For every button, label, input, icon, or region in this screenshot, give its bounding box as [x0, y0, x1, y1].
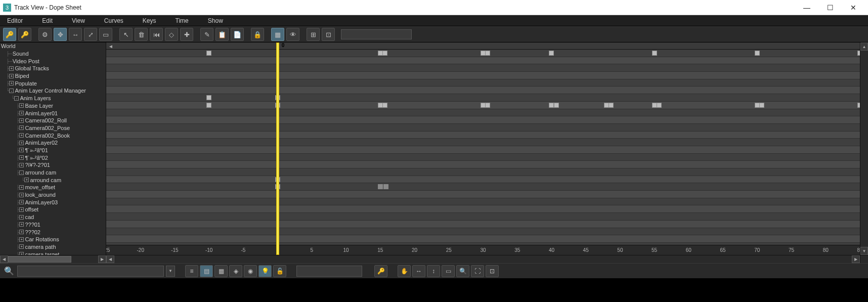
maximize-button[interactable]: ☐ [818, 0, 842, 15]
grid-scroll-track[interactable] [114, 255, 852, 263]
delete-button[interactable]: 🗑 [135, 28, 148, 41]
toolbar-search-field[interactable] [341, 29, 412, 39]
expand-icon[interactable]: + [19, 207, 24, 212]
tree-scroll-right[interactable]: ▶ [98, 255, 106, 263]
expand-icon[interactable]: + [9, 81, 14, 85]
tree-node[interactable]: ├─Sound [0, 50, 106, 58]
tree-node[interactable]: World [0, 42, 106, 50]
edit-keys-button[interactable]: 🔑 [3, 28, 16, 41]
zoom-extents-button[interactable]: ⛶ [471, 265, 484, 277]
expand-icon[interactable]: + [19, 103, 24, 108]
value-field-1[interactable] [296, 266, 362, 277]
filter-list-button[interactable]: ≡ [185, 265, 198, 277]
scale-button[interactable]: ⤢ [84, 28, 97, 41]
collapse-icon[interactable]: - [14, 96, 19, 101]
menu-editor[interactable]: Editor [4, 16, 26, 25]
expand-icon[interactable]: + [19, 200, 24, 204]
tree-node[interactable]: ├-arround cam [0, 169, 106, 177]
search-dropdown[interactable]: ▼ [166, 266, 175, 277]
minimize-button[interactable]: — [795, 0, 818, 15]
keyframe[interactable] [657, 103, 662, 108]
expand-icon[interactable]: + [19, 244, 24, 249]
expand-icon[interactable]: + [19, 163, 24, 167]
dope-row[interactable] [106, 221, 860, 228]
expand-icon[interactable]: + [9, 74, 14, 78]
dope-row[interactable] [106, 50, 860, 57]
keyframe[interactable] [206, 95, 211, 100]
tree-node[interactable]: ├+???01 [0, 221, 106, 229]
tree-node[interactable]: ├+Base Layer [0, 102, 106, 110]
dope-row[interactable] [106, 154, 860, 161]
keyframe[interactable] [759, 103, 764, 108]
keyframe[interactable] [857, 103, 860, 108]
current-time-indicator[interactable] [276, 42, 279, 255]
collapse-icon[interactable]: - [19, 170, 24, 175]
expand-icon[interactable]: + [24, 178, 29, 182]
tree-node[interactable]: ├+AnimLayer01 [0, 109, 106, 117]
dope-row[interactable] [106, 124, 860, 132]
expand-icon[interactable]: + [19, 185, 24, 190]
keyframe[interactable] [382, 103, 387, 108]
tree-node[interactable]: └-Anim Layer Control Manager [0, 87, 106, 95]
expand-icon[interactable]: + [19, 230, 24, 234]
key-tool-button[interactable]: 🔑 [374, 265, 387, 277]
time-ruler[interactable]: -25-20-15-10-505101520253035404550556065… [106, 245, 860, 255]
expand-icon[interactable]: + [19, 133, 24, 138]
light-button[interactable]: 💡 [258, 265, 272, 277]
menu-keys[interactable]: Keys [140, 16, 159, 25]
dope-row[interactable] [106, 139, 860, 146]
zoom-value-button[interactable]: ↕ [427, 265, 440, 277]
tree-node[interactable]: ├+Car Rotations [0, 236, 106, 243]
dope-row[interactable] [106, 191, 860, 198]
vscroll-track[interactable] [860, 51, 868, 247]
keyframe[interactable] [652, 51, 657, 56]
grid-hscroll[interactable]: ◀ ▶ [106, 255, 860, 263]
filter-button[interactable]: ⚙ [38, 28, 52, 41]
expand-icon[interactable]: + [19, 148, 24, 152]
expand-icon[interactable]: + [19, 237, 24, 242]
expand-icon[interactable]: + [19, 118, 24, 123]
dope-row[interactable] [106, 109, 860, 117]
tree-node[interactable]: ├+camera path [0, 243, 106, 251]
zoom-region-button[interactable]: ▭ [442, 265, 455, 277]
expand-icon[interactable]: + [19, 141, 24, 145]
hierarchy-button[interactable]: ⊞ [307, 28, 320, 41]
dope-row[interactable] [106, 235, 860, 243]
dope-row[interactable] [106, 94, 860, 102]
globe-button[interactable]: ◉ [244, 265, 257, 277]
edit-ranges-button[interactable]: 🔑 [18, 28, 31, 41]
tree-panel[interactable]: World├─Sound├─Video Post├+Global Tracks├… [0, 42, 106, 255]
layers-button[interactable]: ◈ [229, 265, 242, 277]
zoom-button[interactable]: 🔍 [456, 265, 469, 277]
tree-node[interactable]: ├+AnimLayer03 [0, 198, 106, 206]
move-button[interactable]: ✥ [54, 28, 67, 41]
vertical-scrollbar[interactable]: ▲ ▼ [860, 42, 868, 255]
scroll-down-button[interactable]: ▼ [860, 247, 868, 255]
search-field[interactable] [17, 266, 164, 277]
pan-button[interactable]: ✋ [398, 265, 411, 277]
dope-row[interactable] [106, 132, 860, 139]
keyframe[interactable] [485, 103, 490, 108]
dope-row[interactable] [106, 87, 860, 94]
tree-node[interactable]: ├+¶˙»-²ãº01 [0, 147, 106, 154]
tree-hscroll[interactable]: ◀ ▶ [0, 255, 106, 263]
slide-button[interactable]: ↔ [69, 28, 82, 41]
keyframe[interactable] [206, 103, 211, 108]
grid-scroll-right[interactable]: ▶ [852, 255, 860, 263]
tree-node[interactable]: ├+Camera002_Pose [0, 124, 106, 132]
collapse-icon[interactable]: - [9, 89, 14, 93]
keyframe[interactable] [554, 103, 559, 108]
tree-node[interactable]: ├+?ì¥?-2?01 [0, 161, 106, 169]
grid-scroll-left[interactable]: ◀ [106, 255, 114, 263]
expand-icon[interactable]: + [19, 215, 24, 220]
menu-view[interactable]: View [69, 16, 88, 25]
tree-node[interactable]: ├─Video Post [0, 57, 106, 65]
dope-sheet-grid[interactable]: ◄ 0 -25-20-15-10-50510152025303540455055… [106, 42, 860, 255]
dope-row[interactable] [106, 161, 860, 168]
tree-node[interactable]: ├+Populate [0, 79, 106, 87]
dope-row[interactable] [106, 176, 860, 184]
scroll-up-button[interactable]: ▲ [860, 42, 868, 51]
show-keyable-button[interactable]: 👁 [286, 28, 299, 41]
dope-row[interactable] [106, 168, 860, 176]
expand-icon[interactable]: + [9, 66, 14, 71]
